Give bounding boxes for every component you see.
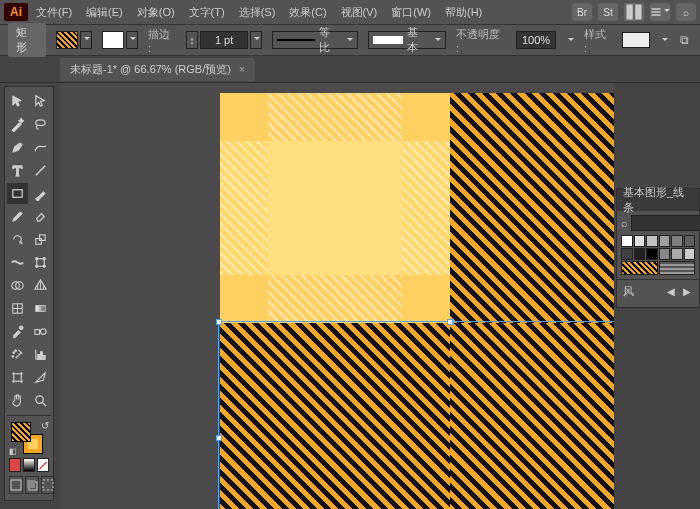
opacity-value[interactable]: 100%	[516, 31, 556, 49]
lasso-tool[interactable]	[30, 114, 51, 135]
shape-builder-tool[interactable]	[7, 275, 28, 296]
slice-tool[interactable]	[30, 367, 51, 388]
eraser-tool[interactable]	[30, 206, 51, 227]
hatch-tile-tr[interactable]	[450, 93, 614, 323]
opacity-caret-icon[interactable]	[566, 34, 574, 46]
mesh-tool[interactable]	[7, 298, 28, 319]
brush-definition[interactable]: 基本	[368, 31, 446, 49]
hand-tool[interactable]	[7, 390, 28, 411]
swatch[interactable]	[684, 248, 696, 260]
swatch[interactable]	[646, 235, 658, 247]
swatch[interactable]	[646, 248, 658, 260]
stroke-weight-label: 描边 :	[148, 27, 176, 54]
workspace-switcher-icon[interactable]	[650, 3, 670, 21]
swatch[interactable]	[659, 261, 696, 275]
control-bar: 矩形 描边 : ↕ 1 pt 等比 基本 不透明度 : 100% 样式 : ⧉	[0, 24, 700, 56]
menu-object[interactable]: 对象(O)	[131, 2, 181, 23]
swatch[interactable]	[659, 248, 671, 260]
pencil-tool[interactable]	[7, 206, 28, 227]
link-icon[interactable]: ⧉	[678, 32, 692, 48]
bridge-icon[interactable]: Br	[572, 3, 592, 21]
free-transform-tool[interactable]	[30, 252, 51, 273]
search-icon[interactable]: ⌕	[676, 3, 696, 21]
zoom-tool[interactable]	[30, 390, 51, 411]
svg-rect-4	[652, 14, 661, 16]
svg-rect-6	[36, 239, 42, 245]
menu-file[interactable]: 文件(F)	[30, 2, 78, 23]
close-icon[interactable]: ×	[239, 64, 245, 75]
color-mode-none[interactable]	[37, 458, 49, 472]
arrange-icon[interactable]	[624, 3, 644, 21]
fill-stroke-control[interactable]: ↺ ◧	[7, 420, 51, 456]
fill-swatch-dropdown[interactable]	[56, 31, 92, 49]
stroke-weight-value[interactable]: 1 pt	[200, 31, 248, 49]
draw-behind-icon[interactable]	[25, 476, 39, 494]
perspective-tool[interactable]	[30, 275, 51, 296]
swatch[interactable]	[684, 235, 696, 247]
menu-help[interactable]: 帮助(H)	[439, 2, 488, 23]
paintbrush-tool[interactable]	[30, 183, 51, 204]
hatch-tile-bl[interactable]	[220, 323, 450, 509]
menu-edit[interactable]: 编辑(E)	[80, 2, 129, 23]
swatch[interactable]	[634, 248, 646, 260]
svg-rect-25	[43, 355, 45, 359]
style-caret-icon[interactable]	[660, 34, 668, 46]
selection-tool[interactable]	[7, 91, 28, 112]
line-tool[interactable]	[30, 160, 51, 181]
svg-rect-7	[40, 235, 46, 241]
menu-effect[interactable]: 效果(C)	[283, 2, 332, 23]
hatch-tile-br[interactable]	[450, 323, 614, 509]
swatch[interactable]	[621, 248, 633, 260]
canvas-area[interactable]	[60, 83, 614, 509]
fill-color-swatch[interactable]	[11, 422, 31, 442]
stroke-weight-stepper[interactable]: ↕ 1 pt	[186, 31, 262, 49]
scale-tool[interactable]	[30, 229, 51, 250]
menu-window[interactable]: 窗口(W)	[385, 2, 437, 23]
rectangle-tool[interactable]	[7, 183, 28, 204]
graph-tool[interactable]	[30, 344, 51, 365]
stroke-swatch-dropdown[interactable]	[102, 31, 138, 49]
default-fill-stroke-icon[interactable]: ◧	[9, 447, 17, 456]
swap-fill-stroke-icon[interactable]: ↺	[41, 420, 49, 431]
swatch[interactable]	[671, 235, 683, 247]
stock-icon[interactable]: St	[598, 3, 618, 21]
direct-selection-tool[interactable]	[30, 91, 51, 112]
variable-width-profile[interactable]: 等比	[272, 31, 358, 49]
swatch[interactable]	[671, 248, 683, 260]
blend-tool[interactable]	[30, 321, 51, 342]
stroke-swatch	[102, 31, 124, 49]
swatch[interactable]	[621, 235, 633, 247]
gradient-tool[interactable]	[30, 298, 51, 319]
document-tab[interactable]: 未标题-1* @ 66.67% (RGB/预览) ×	[60, 58, 255, 81]
plaid-tile[interactable]	[220, 93, 450, 323]
app-logo: Ai	[4, 3, 28, 21]
curvature-tool[interactable]	[30, 137, 51, 158]
swatch[interactable]	[621, 261, 658, 275]
svg-point-21	[12, 355, 14, 357]
prev-arrow-icon[interactable]: ◀	[665, 286, 677, 298]
menu-view[interactable]: 视图(V)	[335, 2, 384, 23]
color-mode-gradient[interactable]	[23, 458, 35, 472]
menu-type[interactable]: 文字(T)	[183, 2, 231, 23]
artboard-tool[interactable]	[7, 367, 28, 388]
width-tool[interactable]	[7, 252, 28, 273]
pen-tool[interactable]	[7, 137, 28, 158]
magic-wand-tool[interactable]	[7, 114, 28, 135]
symbol-sprayer-tool[interactable]	[7, 344, 28, 365]
draw-normal-icon[interactable]	[9, 476, 23, 494]
panel-search-input[interactable]	[631, 215, 700, 231]
svg-rect-18	[35, 330, 40, 335]
next-arrow-icon[interactable]: ▶	[681, 286, 693, 298]
panel-title-bar[interactable]: 基本图形_线条	[617, 189, 699, 211]
type-tool[interactable]	[7, 160, 28, 181]
color-mode-solid[interactable]	[9, 458, 21, 472]
graphic-style-swatch[interactable]	[622, 32, 650, 48]
menu-select[interactable]: 选择(S)	[233, 2, 282, 23]
swatch[interactable]	[634, 235, 646, 247]
panel-search-row: ⌕ ≡	[621, 215, 695, 231]
rotate-tool[interactable]	[7, 229, 28, 250]
draw-inside-icon[interactable]	[41, 476, 55, 494]
swatch[interactable]	[659, 235, 671, 247]
svg-point-17	[19, 326, 23, 330]
eyedropper-tool[interactable]	[7, 321, 28, 342]
